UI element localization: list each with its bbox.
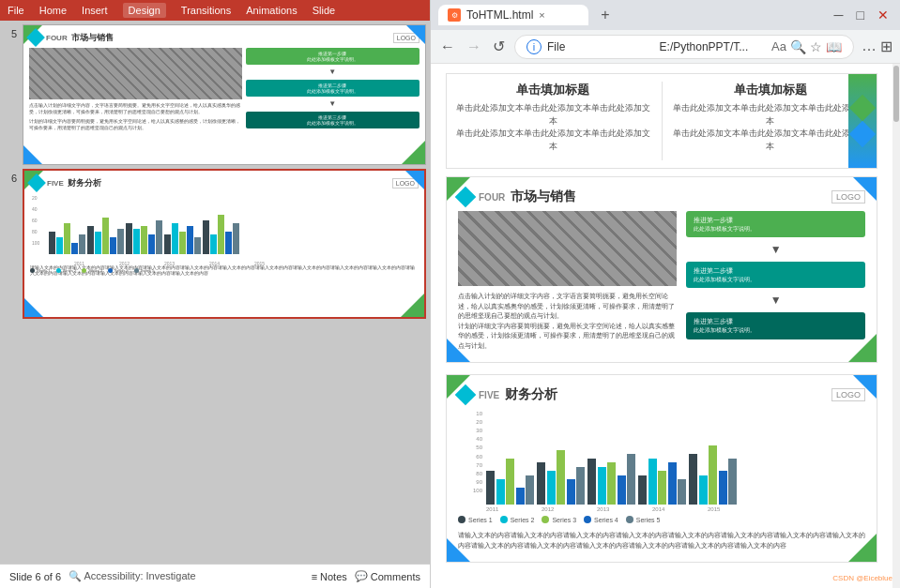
br-chart-bar	[709, 445, 717, 505]
accessibility-info[interactable]: 🔍 Accessibility: Investigate	[69, 570, 196, 582]
slide5-body: 点击输入计划的详细文字内容，文字语言要简明扼要。避免用长文字空间论述，给人以真实…	[29, 48, 419, 155]
step1-sub: 此处添加模板文字说明。	[250, 56, 416, 62]
step2-btn: 推进第二步骤 此处添加模板文字说明。	[246, 80, 419, 97]
step3-btn: 推进第三步骤 此处添加模板文字说明。	[246, 112, 419, 128]
ribbon-slide[interactable]: Slide	[313, 5, 335, 16]
slide5-body-text2: 计划的详细文字内容要简明扼要，避免用长文字空间论述，给人以真实感整的感受，计划徐…	[29, 118, 242, 131]
br-legend-label: Series 4	[594, 517, 618, 523]
chart-bar	[233, 223, 239, 254]
br-chart-bar	[719, 471, 727, 505]
chart-bar	[117, 229, 124, 254]
chart-legend: Series 1Series 2Series 3Series 4Series 5	[30, 268, 419, 273]
chart-bar	[133, 229, 140, 254]
browser-scrollbar[interactable]	[892, 64, 900, 588]
more-btn[interactable]: …	[862, 38, 877, 55]
br-chart-legend: Series 1Series 2Series 3Series 4Series 5	[458, 516, 865, 523]
forward-btn[interactable]: →	[465, 37, 483, 57]
br-slide5-logo: LOGO	[831, 388, 865, 401]
maximize-btn[interactable]: □	[853, 8, 868, 23]
chart-bar	[218, 215, 224, 254]
br-step2-sub: 此处添加模板文字说明。	[694, 276, 858, 283]
chart-bar	[141, 226, 147, 254]
refresh-btn[interactable]: ↺	[491, 36, 507, 57]
browser-slide5: FIVE 财务分析 LOGO 100908070605040302010 201…	[446, 374, 877, 563]
br-chart-x-labels: 20112012201320142015	[458, 506, 865, 512]
notes-btn[interactable]: ≡ Notes	[312, 571, 347, 582]
slide6-corner-br	[401, 294, 424, 317]
br-slide5-title: 财务分析	[505, 386, 557, 403]
bookmark-icon[interactable]: ☆	[810, 39, 822, 54]
x-label: 2013	[148, 261, 191, 266]
reader-icon[interactable]: 📖	[826, 39, 842, 54]
br-chart-bar	[658, 471, 666, 505]
address-bar[interactable]: i File E:/PythonPPT/T... Aa 🔍 ☆ 📖	[514, 35, 854, 59]
comments-icon: 💬	[355, 570, 368, 582]
br-legend-label: Series 3	[552, 517, 576, 523]
ribbon-insert[interactable]: Insert	[82, 5, 108, 16]
chart-bar	[71, 243, 78, 254]
comments-btn[interactable]: 💬 Comments	[355, 570, 420, 582]
chart-bar	[102, 218, 109, 254]
slide5-row: 5 FOUR 市场与销售 LOGO	[4, 24, 426, 165]
ribbon-home[interactable]: Home	[39, 5, 67, 16]
slide5-thumbnail[interactable]: FOUR 市场与销售 LOGO 点击输入计划的详细文字内容，文字语言要简明扼要。…	[23, 24, 426, 165]
browser-titlebar: ⚙ ToHTML.html × + ─ □ ✕	[431, 0, 900, 30]
scrollbar-thumb[interactable]	[893, 66, 899, 122]
security-info-btn[interactable]: i	[526, 39, 542, 54]
legend-label: Series 5	[141, 268, 155, 273]
translate-icon[interactable]: Aa	[771, 39, 786, 54]
legend-item: Series 5	[134, 268, 155, 273]
ribbon-file[interactable]: File	[8, 5, 24, 16]
browser-page: 单击填加标题 单击此处添加文本单击此处添加文本单击此处添加文本 单击此处添加文本…	[431, 64, 892, 588]
addr-right-icons: Aa 🔍 ☆ 📖	[771, 39, 842, 54]
step3-sub: 此处添加模板文字说明。	[250, 120, 416, 126]
br-legend-dot	[626, 516, 633, 523]
br-chart-bar	[689, 454, 697, 505]
slide5-title: 市场与销售	[71, 32, 114, 44]
new-tab-btn[interactable]: +	[594, 4, 617, 26]
ribbon-transitions[interactable]: Transitions	[181, 5, 231, 16]
legend-label: Series 3	[88, 268, 102, 273]
chart-bar	[110, 237, 116, 254]
br-slide4-image	[458, 211, 677, 286]
back-btn[interactable]: ←	[438, 37, 457, 57]
partial-slide-title-left: 单击填加标题	[454, 82, 652, 98]
br-chart-bar	[598, 467, 606, 505]
ribbon-design[interactable]: Design	[123, 3, 166, 18]
br-bar-group	[689, 445, 737, 505]
br-slide4-header: FOUR 市场与销售 LOGO	[458, 188, 865, 205]
ribbon-animations[interactable]: Animations	[246, 5, 297, 16]
browser-content[interactable]: 单击填加标题 单击此处添加文本单击此处添加文本单击此处添加文本 单击此处添加文本…	[431, 64, 900, 588]
br-legend-item: Series 4	[584, 516, 618, 523]
br-legend-dot	[584, 516, 591, 523]
url-text: File	[547, 40, 654, 53]
minimize-btn[interactable]: ─	[831, 8, 847, 23]
browser-addressbar: ← → ↺ i File E:/PythonPPT/T... Aa 🔍 ☆ 📖 …	[431, 30, 900, 64]
br-slide5-text: 请输入文本的内容请输入文本的内容请输入文本的内容请输入文本的内容请输入文本的内容…	[458, 531, 865, 550]
br-chart-bar	[678, 479, 686, 505]
chart-x-labels: 20112012201320142015	[30, 261, 419, 266]
bar-group	[87, 218, 124, 254]
legend-item: Series 1	[30, 268, 51, 273]
slide6-thumbnail[interactable]: FIVE 财务分析 LOGO 10080604020 2	[23, 169, 426, 319]
chart-bar	[49, 232, 55, 254]
br-step3-sub: 此处添加模板文字说明。	[694, 326, 858, 334]
br-chart-bar	[618, 475, 626, 505]
slide5-label: FOUR	[46, 34, 68, 42]
br-step1-label: 推进第一步骤	[694, 216, 858, 225]
tab-close-btn[interactable]: ×	[539, 9, 544, 21]
close-btn[interactable]: ✕	[874, 8, 892, 23]
br-chart-bar	[516, 488, 525, 505]
chart-bar	[172, 223, 178, 254]
slide5-body-text1: 点击输入计划的详细文字内容，文字语言要简明扼要。避免用长文字空间论述，给人以真实…	[29, 102, 242, 115]
image-pattern	[29, 48, 242, 99]
chart-bar	[164, 234, 171, 254]
chart-bar	[187, 226, 193, 254]
search-icon[interactable]: 🔍	[790, 39, 806, 54]
br-chart-y-axis: 100908070605040302010	[458, 411, 484, 505]
slide-info: Slide 6 of 6	[9, 571, 61, 582]
add-tab-btn[interactable]: ⊞	[880, 38, 892, 55]
slide6-chart: 10080604020 20112012201320142015 Series …	[30, 193, 419, 264]
br-step1-sub: 此处添加模板文字说明。	[694, 225, 858, 233]
browser-tab[interactable]: ⚙ ToHTML.html ×	[438, 5, 588, 25]
